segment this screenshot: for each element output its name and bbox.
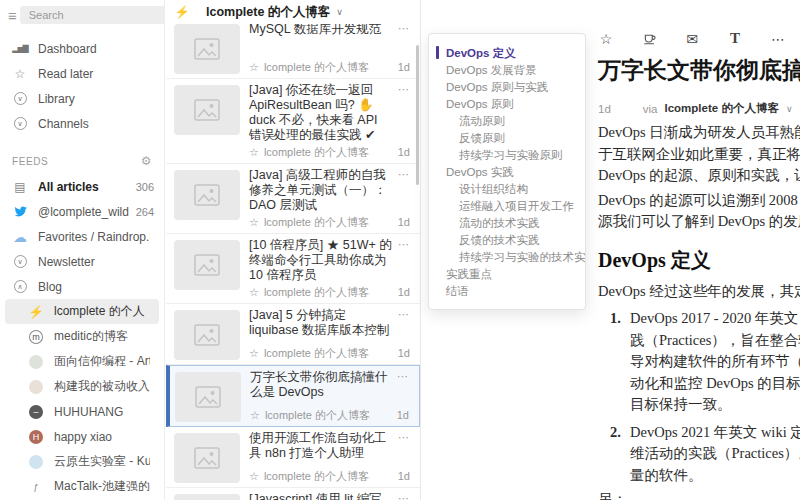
sidebar-nav-item[interactable]: ▂▅▇ Dashboard [0, 36, 164, 61]
sidebar-nav: ▂▅▇ Dashboard ☆ Read later ∨ Library ∨ C… [0, 36, 164, 136]
article-title: MySQL 数据库开发规范 [249, 24, 392, 37]
feed-item[interactable]: m meditic的博客 [0, 324, 164, 349]
toc-item[interactable]: 运维融入项目开发工作 [429, 197, 585, 214]
gear-icon[interactable]: ⚙ [141, 154, 152, 168]
feed-item[interactable]: ∧ Blog [0, 274, 164, 299]
chevron-down-icon[interactable]: ∨ [786, 104, 793, 114]
toc-item-label: 流动的技术实践 [459, 217, 540, 229]
article-row[interactable]: [Java] 高级工程师的自我修养之单元测试（一）：DAO 层测试 ⋯ ☆ lc… [166, 164, 420, 234]
toc-item[interactable]: 设计组织结构 [429, 180, 585, 197]
toc-item-label: 实践重点 [446, 268, 492, 280]
article-thumbnail [174, 433, 240, 483]
article-title: [10 倍程序员] ★ 51W+ 的终端命令行工具助你成为 10 倍程序员 [249, 238, 392, 283]
article-row[interactable]: MySQL 数据库开发规范 ⋯ ☆ lcomplete 的个人博客 1d [166, 24, 420, 79]
article-row[interactable]: [Java] 你还在统一返回 ApiResultBean 吗? ✋ duck 不… [166, 79, 420, 164]
feed-item[interactable]: 云原生实验室 - Kube… [0, 449, 164, 474]
more-icon[interactable]: ⋯ [398, 238, 410, 283]
feed-item[interactable]: H happy xiao [0, 424, 164, 449]
toc-item[interactable]: DevOps 发展背景 [429, 61, 585, 78]
article-title: 万字长文带你彻底搞懂什么是 DevOps [250, 370, 391, 400]
feed-item[interactable]: ▤ All articles 306 [0, 174, 164, 199]
lightning-icon: ⚡ [174, 5, 190, 19]
source-feed-link[interactable]: lcomplete 的个人博客 [665, 101, 779, 116]
hamburger-icon[interactable]: ≡ [8, 7, 17, 24]
more-icon[interactable]: ⋯ [397, 370, 409, 400]
toc-item[interactable]: 实践重点 [429, 265, 585, 282]
avatar-icon: ƒ [28, 480, 44, 494]
star-icon[interactable]: ☆ [249, 469, 259, 483]
feed-item[interactable]: ☁ Favorites / Raindrop.io [0, 224, 164, 249]
toc-item[interactable]: 持续学习与实验原则 [429, 146, 585, 163]
chevron-down-icon[interactable]: ∨ [336, 7, 343, 17]
more-icon[interactable]: ⋯ [398, 431, 410, 461]
toc-item[interactable]: 结语 [429, 282, 585, 299]
more-icon[interactable]: ⋯ [398, 83, 410, 143]
mail-icon[interactable]: ✉ [684, 31, 700, 47]
article-row[interactable]: [10 倍程序员] ★ 51W+ 的终端命令行工具助你成为 10 倍程序员 ⋯ … [166, 234, 420, 304]
feed-item-label: MacTalk-池建强的… [54, 478, 150, 495]
feed-item[interactable]: – HUHUHANG [0, 399, 164, 424]
feed-item-label: All articles [38, 180, 132, 194]
more-icon[interactable]: ⋯ [398, 24, 410, 37]
sidebar-nav-item[interactable]: ☆ Read later [0, 61, 164, 86]
toc-item[interactable]: 持续学习与实验的技术实践 [429, 248, 585, 265]
line-text: DevOps 的起源可以追溯到 2008 年，在一次 [598, 192, 800, 208]
article-text-line: 2. DevOps 2021 年英文 wiki 定义（直译） [598, 422, 800, 444]
star-icon[interactable]: ☆ [249, 60, 259, 74]
toc-item[interactable]: 反馈的技术实践 [429, 231, 585, 248]
article-age: 1d [398, 60, 410, 74]
unread-count: 306 [136, 181, 154, 193]
more-icon[interactable]: ⋯ [398, 492, 410, 500]
line-text: DevOps 2021 年英文 wiki 定义（直译） [630, 424, 800, 440]
star-icon[interactable]: ☆ [249, 145, 259, 159]
article-row[interactable]: 使用开源工作流自动化工具 n8n 打造个人助理 ⋯ ☆ lcomplete 的个… [166, 427, 420, 488]
feed-item[interactable]: @lcomplete_wild (Twitt… 264 [0, 199, 164, 224]
article-list-header[interactable]: ⚡ lcomplete 的个人博客 ∨ [166, 0, 420, 24]
search-input[interactable] [20, 6, 165, 24]
toc-item[interactable]: DevOps 原则 [429, 95, 585, 112]
feeds-list: ▤ All articles 306 @lcomplete_wild (Twit… [0, 174, 164, 499]
more-icon[interactable]: ⋯ [770, 31, 786, 47]
sidebar-nav-item[interactable]: ∨ Library [0, 86, 164, 111]
list-scrollbar[interactable] [416, 45, 419, 185]
feeds-section-header: FEEDS ⚙ [0, 152, 164, 170]
toc-item-label: 持续学习与实验原则 [459, 149, 563, 161]
articles-icon: ▤ [12, 180, 28, 194]
toc-item[interactable]: 流动的技术实践 [429, 214, 585, 231]
article-body: DevOps 日渐成为研发人员耳熟能详的一个组 于互联网企业如此重要，真正将其思… [598, 122, 800, 500]
toc-item[interactable]: DevOps 原则与实践 [429, 78, 585, 95]
star-icon[interactable]: ☆ [598, 31, 614, 47]
feed-item[interactable]: 构建我的被动收入 [0, 374, 164, 399]
article-row[interactable]: [Java] 5 分钟搞定 liquibase 数据库版本控制 ⋯ ☆ lcom… [166, 304, 420, 365]
lightning-icon: ⚡ [28, 305, 44, 319]
article-thumbnail [174, 310, 240, 360]
article-thumbnail [174, 170, 240, 220]
star-icon[interactable]: ☆ [250, 408, 260, 422]
article-row[interactable]: 万字长文带你彻底搞懂什么是 DevOps ⋯ ☆ lcomplete 的个人博客… [166, 365, 420, 427]
more-icon[interactable]: ⋯ [398, 308, 410, 338]
typography-icon[interactable]: T [727, 30, 743, 47]
more-icon[interactable]: ⋯ [398, 168, 410, 213]
feed-item-label: 云原生实验室 - Kube… [54, 453, 150, 470]
line-text: 另： [598, 491, 627, 500]
article-thumbnail [174, 240, 240, 290]
toc-item-label: DevOps 原则 [446, 98, 514, 110]
article-feed-name: lcomplete 的个人博客 [265, 408, 392, 422]
feed-item[interactable]: ƒ MacTalk-池建强的… [0, 474, 164, 499]
star-icon[interactable]: ☆ [249, 285, 259, 299]
sidebar-item-label: Library [38, 92, 154, 106]
toc-item[interactable]: 流动原则 [429, 112, 585, 129]
toc-item[interactable]: DevOps 定义 [429, 44, 585, 61]
article-age: 1d [398, 346, 410, 360]
toc-item[interactable]: 反馈原则 [429, 129, 585, 146]
feed-item[interactable]: 面向信仰编程 - Artic… [0, 349, 164, 374]
coffee-icon[interactable] [641, 31, 657, 46]
article-row[interactable]: [Javascript] 使用 lit 编写 Web Components 简化… [166, 488, 420, 500]
star-icon[interactable]: ☆ [249, 215, 259, 229]
toc-item-label: DevOps 发展背景 [446, 64, 537, 76]
feed-item[interactable]: ∨ Newsletter [0, 249, 164, 274]
sidebar-nav-item[interactable]: ∨ Channels [0, 111, 164, 136]
toc-item[interactable]: DevOps 实践 [429, 163, 585, 180]
feed-item[interactable]: ⚡ lcomplete 的个人博客 [5, 299, 159, 324]
star-icon[interactable]: ☆ [249, 346, 259, 360]
